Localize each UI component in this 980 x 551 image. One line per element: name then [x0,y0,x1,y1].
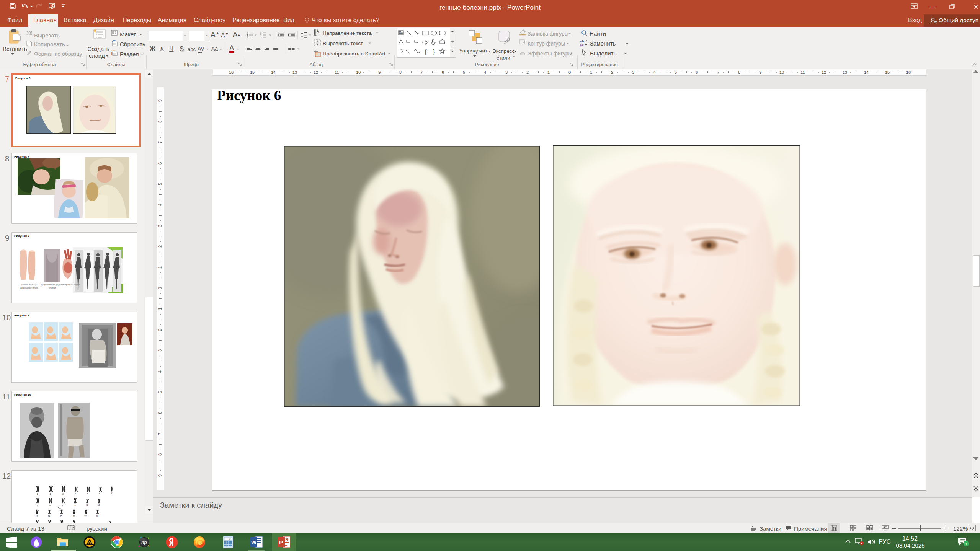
svg-text:ab: ab [580,39,584,43]
svg-text:A: A [317,29,319,33]
svg-text:}: } [433,48,435,55]
svg-text:11: 11 [86,504,88,506]
svg-text:7: 7 [37,504,38,507]
svg-text:6: 6 [99,492,100,495]
svg-text:клетки: клетки [49,287,56,289]
svg-text:10: 10 [74,504,76,507]
svg-text:1: 1 [965,542,967,546]
svg-text:4: 4 [75,492,76,495]
svg-text:15: 15 [60,515,62,517]
svg-text:3: 3 [62,493,64,495]
svg-text:3: 3 [260,36,261,38]
svg-text:18: 18 [96,515,98,517]
svg-text:1: 1 [37,493,38,495]
svg-text:Тонкие пальцы: Тонкие пальцы [21,284,37,286]
svg-text:9: 9 [62,504,63,507]
svg-text:14: 14 [48,515,50,517]
svg-text:17: 17 [84,515,87,517]
svg-text:Аневризма аорты: Аневризма аорты [61,284,80,286]
svg-text:13: 13 [36,515,38,517]
svg-text:W: W [251,539,257,546]
svg-text:P: P [279,539,283,546]
svg-text:ac: ac [580,43,584,47]
svg-text:hp: hp [141,540,147,545]
svg-text:16: 16 [73,515,75,517]
svg-text:2: 2 [50,493,51,495]
svg-text:8: 8 [49,504,51,507]
svg-text:{: { [425,48,427,55]
svg-text:(арахнодактилия): (арахнодактилия) [20,287,38,289]
svg-text:A: A [399,31,401,34]
svg-text:12: 12 [98,504,100,506]
svg-text:Деформация грудной: Деформация грудной [41,284,64,286]
svg-text:X: X [111,492,113,494]
svg-text:5: 5 [87,492,88,495]
